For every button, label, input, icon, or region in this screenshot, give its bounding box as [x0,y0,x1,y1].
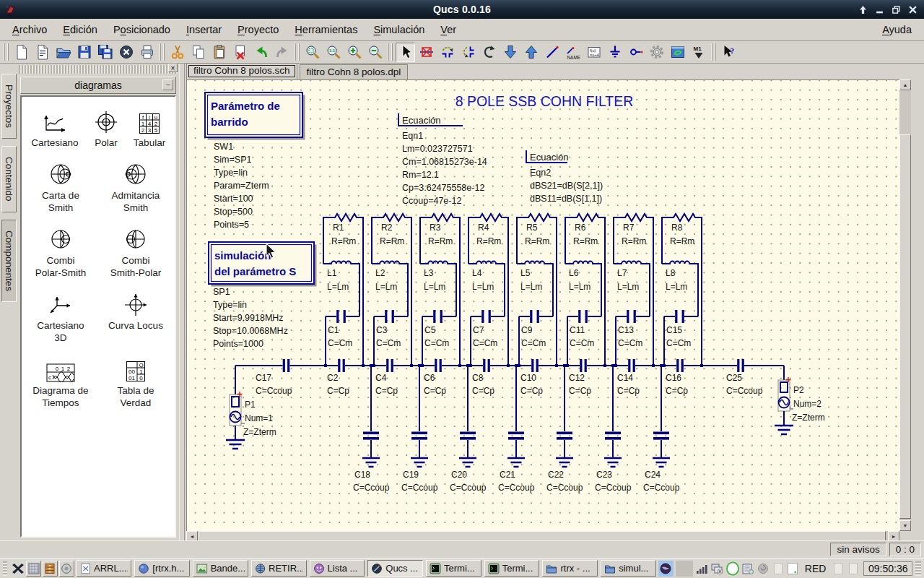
taskbar-window-2[interactable]: Bande... [193,560,248,577]
crystal-section-R2[interactable]: R2R=RmL2L=LmC3C=Cm [372,214,413,367]
tray-network-x-icon[interactable] [710,561,724,576]
diagram-cartesian[interactable]: Cartesiano [23,107,87,150]
zoom-one-button[interactable]: 1:1 [323,43,343,62]
schematic[interactable]: 8 POLE SSB COHN FILTERParámetro debarrid… [187,80,899,531]
capacitor-C10[interactable]: C10C=Cp [520,359,543,396]
capacitor-C16[interactable]: C16C=Cp [666,359,688,396]
mirror-x-button[interactable] [458,43,478,62]
delete-button[interactable] [230,43,250,62]
taskbar-window-3[interactable]: RETIR... [251,560,307,577]
help-pointer-button[interactable]: ? [719,43,738,62]
crystal-section-R1[interactable]: R1R=RmL1L=LmC1C=Cm [323,214,365,367]
restore-button[interactable] [892,6,900,14]
mirror-y-button[interactable] [437,43,457,62]
rotate-button[interactable] [479,43,499,62]
scroll-left-icon[interactable]: ◄ [186,531,198,541]
port-button[interactable] [626,43,645,62]
pointer-button[interactable] [396,43,415,62]
menu-proyecto[interactable]: Proyecto [230,20,287,39]
scroll-up-icon[interactable]: ▲ [899,79,911,90]
dock-splitter[interactable] [179,64,185,540]
capacitor-C8[interactable]: C8C=Cp [472,359,494,396]
sweep-box[interactable]: Parámetro debarrido [205,92,305,140]
tray-signal-bars-icon[interactable] [695,561,709,576]
menu-posicionado[interactable]: Posicionado [105,20,178,39]
capacitor-C18[interactable]: C18C=Ccoup [353,364,390,493]
cut-button[interactable] [167,43,187,62]
tray-pale-doc-icon[interactable] [831,561,845,576]
diagram-combi-polar-smith[interactable]: CombiPolar-Smith [23,225,98,280]
diagram-curve-locus[interactable]: Curva Locus [98,290,173,332]
push-down-button[interactable] [500,43,520,62]
capacitor-C17[interactable]: C17C=Ccoup [256,359,292,396]
minimize-button[interactable] [876,6,884,14]
keep-above-button[interactable] [859,6,867,14]
crystal-section-R4[interactable]: R4R=RmL4L=LmC7C=Cm [468,214,510,367]
diagram-polar[interactable]: Polar [87,107,126,150]
document-tab-0[interactable]: filtro Cohn 8 polos.sch [186,63,297,79]
zoom-out-button[interactable] [365,43,385,62]
redo-button[interactable] [272,43,292,62]
copy-button[interactable] [188,43,208,62]
equation-eqn2[interactable]: EcuaciónEqn2dBS21=dB(S[2,1])dBS11=dB(S[1… [526,150,603,204]
close-button[interactable] [909,6,917,14]
dock-tab-proyectos[interactable]: Proyectos [1,74,17,139]
diagram-cartesian-3d[interactable]: Cartesiano3D [23,290,98,345]
taskbar-window-5[interactable]: Qucs ... [367,560,423,577]
s-parameter-box[interactable]: simulacióndel parámetro S [209,242,317,287]
crystal-section-R3[interactable]: R3R=RmL3L=LmC5C=Cm [420,214,461,367]
taskbar-window-6[interactable]: Termi... [426,560,481,577]
capacitor-C23[interactable]: C23C=Ccoup [595,364,632,493]
menu-ver[interactable]: Ver [432,20,464,39]
taskbar-window-1[interactable]: [rtrx.h... [134,560,190,577]
marker-button[interactable]: M1 [689,43,708,62]
wire-button[interactable] [542,43,562,62]
toolbar-grip[interactable] [295,43,300,61]
toolbar-grip[interactable] [711,43,716,61]
capacitor-C21[interactable]: C21C=Ccoup [498,364,535,493]
vertical-scrollbar[interactable]: ▲ ▼ [899,79,911,531]
horizontal-scrollbar[interactable]: ◄ ► [186,531,899,541]
diagram-smith[interactable]: Carta deSmith [23,160,98,215]
ground-button[interactable] [605,43,624,62]
zoom-in-button[interactable] [344,43,364,62]
menu-edición[interactable]: Edición [55,20,105,39]
tray-white-page-icon[interactable] [786,561,800,576]
vertical-scroll-thumb[interactable] [899,134,911,519]
pager-drawer-button[interactable] [43,561,58,577]
diagram-smith-admittance[interactable]: AdmitanciaSmith [98,160,173,215]
save-all-button[interactable] [95,43,115,62]
taskbar-window-9[interactable]: simul... [601,560,656,577]
undo-button[interactable] [251,43,271,62]
dock-category-select[interactable]: diagramas – [20,77,176,94]
view-data-button[interactable] [668,43,687,62]
taskbar-window-4[interactable]: Lista ... [310,560,365,577]
crystal-section-R6[interactable]: R6R=RmL6L=LmC11C=Cm [565,214,606,367]
equation-eqn1[interactable]: EcuaciónEqn1Lm=0.023727571Cm=1.06815273e… [398,113,487,206]
new-document-button[interactable] [12,43,31,62]
scroll-down-icon[interactable]: ▼ [899,520,911,531]
capacitor-C25[interactable]: C25C=Ccoup [726,359,763,396]
tray-green-oval-icon[interactable] [725,561,740,576]
capacitor-C14[interactable]: C14C=Cp [617,359,640,396]
toolbar-grip[interactable] [388,43,393,61]
crystal-section-R5[interactable]: R5R=RmL5L=LmC9C=Cm [517,214,558,367]
zoom-fit-button[interactable] [302,43,322,62]
paste-button[interactable] [209,43,229,62]
schematic-canvas[interactable]: 8 POLE SSB COHN FILTERParámetro debarrid… [186,79,899,531]
document-tab-1[interactable]: filtro Cohn 8 polos.dpl [300,64,409,79]
dock-tab-componentes[interactable]: Componentes [1,220,17,302]
bird-app-button[interactable] [658,561,674,577]
pager-circle-button[interactable] [59,561,74,577]
pull-up-button[interactable] [521,43,541,62]
menu-archivo[interactable]: Archivo [4,20,55,39]
scroll-right-icon[interactable]: ► [888,531,899,541]
save-button[interactable] [74,43,94,62]
deactivate-button[interactable] [417,43,436,62]
tray-pale-doc-icon[interactable] [771,561,785,576]
start-button[interactable] [9,560,26,577]
horizontal-scroll-thumb[interactable] [199,531,886,541]
capacitor-C24[interactable]: C24C=Ccoup [643,364,680,493]
tray-pale-doc-icon[interactable] [846,561,860,576]
toolbar-grip[interactable] [160,43,165,61]
